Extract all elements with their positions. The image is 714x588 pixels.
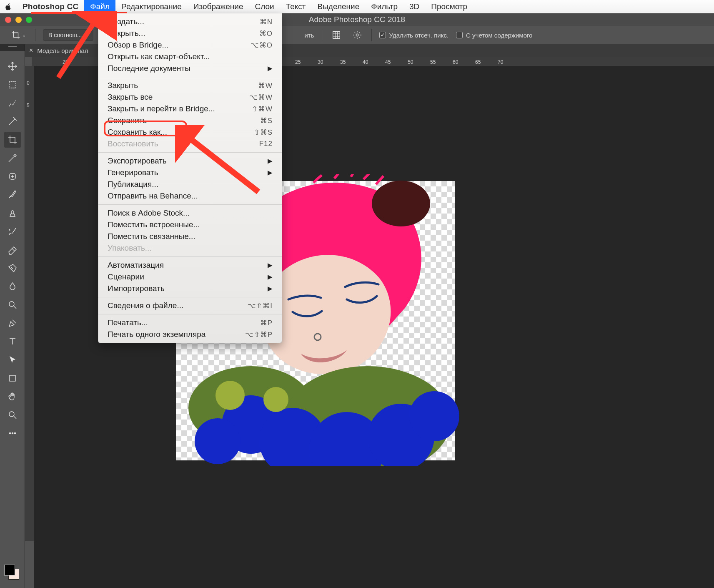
menu-item-открыть[interactable]: Открыть...⌘O bbox=[98, 28, 282, 39]
menu-item-сценарии[interactable]: Сценарии▶ bbox=[98, 271, 282, 283]
svg-rect-4 bbox=[10, 375, 15, 381]
ruler-tick: 25 bbox=[295, 59, 301, 65]
menu-shortcut: ⌥⌘W bbox=[249, 93, 273, 102]
menu-item-label: Последние документы bbox=[108, 64, 190, 73]
panel-collapse-stub[interactable] bbox=[0, 44, 25, 51]
zoom-button[interactable] bbox=[26, 17, 32, 23]
gear-icon[interactable] bbox=[351, 28, 364, 42]
checkbox-icon bbox=[456, 32, 463, 38]
ruler-tick: 30 bbox=[318, 59, 323, 65]
submenu-arrow-icon: ▶ bbox=[268, 285, 273, 292]
menu-item-закрыть[interactable]: Закрыть⌘W bbox=[98, 80, 282, 91]
svg-point-0 bbox=[356, 34, 358, 36]
zoom-tool[interactable] bbox=[4, 407, 21, 423]
move-tool[interactable] bbox=[4, 58, 21, 74]
heal-tool[interactable] bbox=[4, 168, 21, 184]
type-tool[interactable] bbox=[4, 334, 21, 349]
menu-type[interactable]: Текст bbox=[280, 0, 312, 13]
color-swatches[interactable] bbox=[4, 565, 20, 580]
menu-item-поиск-в-adobe-stock[interactable]: Поиск в Adobe Stock... bbox=[98, 207, 282, 219]
more-tools[interactable] bbox=[4, 425, 21, 441]
menu-view[interactable]: Просмотр bbox=[425, 0, 473, 13]
crop-tool-icon[interactable]: ⌄ bbox=[9, 29, 28, 41]
history-brush-tool[interactable] bbox=[4, 224, 21, 239]
grid-overlay-icon[interactable] bbox=[330, 28, 343, 42]
menu-shortcut: ⌥⌘O bbox=[251, 41, 273, 50]
ruler-tick: 50 bbox=[408, 59, 413, 65]
vertical-ruler[interactable]: 0 5 bbox=[25, 66, 34, 541]
svg-point-8 bbox=[14, 432, 15, 434]
menu-item-закрыть-и-перейти-в-bridge[interactable]: Закрыть и перейти в Bridge...⇧⌘W bbox=[98, 103, 282, 115]
shape-tool[interactable] bbox=[4, 370, 21, 386]
submenu-arrow-icon: ▶ bbox=[268, 157, 273, 165]
menu-item-сведения-о-файле[interactable]: Сведения о файле...⌥⇧⌘I bbox=[98, 300, 282, 312]
menu-item-обзор-в-bridge[interactable]: Обзор в Bridge...⌥⌘O bbox=[98, 39, 282, 51]
apple-icon[interactable] bbox=[0, 3, 17, 11]
menu-item-импортировать[interactable]: Импортировать▶ bbox=[98, 283, 282, 294]
hand-tool[interactable] bbox=[4, 389, 21, 405]
eraser-tool[interactable] bbox=[4, 242, 21, 258]
wand-tool[interactable] bbox=[4, 113, 21, 129]
crop-tool[interactable] bbox=[4, 132, 21, 148]
menu-item-label: Открыть... bbox=[108, 29, 145, 38]
marquee-tool[interactable] bbox=[4, 77, 21, 93]
menu-item-сохранить-как[interactable]: Сохранить как...⇧⌘S bbox=[98, 126, 282, 138]
stamp-tool[interactable] bbox=[4, 205, 21, 221]
blur-tool[interactable] bbox=[4, 279, 21, 294]
menu-item-экспортировать[interactable]: Экспортировать▶ bbox=[98, 155, 282, 167]
menu-item-печатать[interactable]: Печатать...⌘P bbox=[98, 317, 282, 329]
document-tab-title[interactable]: Модель оригинал bbox=[37, 47, 88, 54]
foreground-swatch[interactable] bbox=[4, 565, 15, 575]
delete-crop-checkbox[interactable]: Удалить отсеч. пикс. bbox=[379, 32, 449, 39]
toolbox bbox=[0, 51, 25, 588]
menu-item-создать[interactable]: Создать...⌘N bbox=[98, 16, 282, 28]
pen-tool[interactable] bbox=[4, 315, 21, 331]
menu-image[interactable]: Изображение bbox=[188, 0, 249, 13]
svg-point-5 bbox=[9, 412, 14, 417]
svg-rect-1 bbox=[9, 81, 16, 88]
path-select-tool[interactable] bbox=[4, 352, 21, 368]
menu-item-label: Сохранить как... bbox=[108, 128, 167, 137]
menu-item-поместить-встроенные[interactable]: Поместить встроенные... bbox=[98, 219, 282, 231]
checkbox-label: С учетом содержимого bbox=[466, 32, 532, 39]
svg-point-6 bbox=[9, 432, 10, 434]
menu-item-публикация[interactable]: Публикация... bbox=[98, 178, 282, 190]
menu-item-последние-документы[interactable]: Последние документы▶ bbox=[98, 63, 282, 74]
close-tab-icon[interactable]: × bbox=[29, 47, 33, 54]
menu-item-печать-одного-экземпляра[interactable]: Печать одного экземпляра⌥⇧⌘P bbox=[98, 329, 282, 340]
lasso-tool[interactable] bbox=[4, 95, 21, 111]
menu-layers[interactable]: Слои bbox=[249, 0, 280, 13]
menu-item-генерировать[interactable]: Генерировать▶ bbox=[98, 167, 282, 178]
ratio-dropdown[interactable]: В соотнош... ⌄ bbox=[43, 29, 93, 41]
menu-item-label: Открыть как смарт-объект... bbox=[108, 52, 210, 61]
menu-item-закрыть-все[interactable]: Закрыть все⌥⌘W bbox=[98, 91, 282, 103]
content-aware-checkbox[interactable]: С учетом содержимого bbox=[456, 32, 532, 39]
menu-3d[interactable]: 3D bbox=[403, 0, 425, 13]
menu-item-label: Импортировать bbox=[108, 284, 165, 293]
ruler-tick: 5 bbox=[27, 103, 30, 108]
traffic-lights bbox=[0, 17, 32, 23]
menu-edit[interactable]: Редактирование bbox=[115, 0, 188, 13]
close-button[interactable] bbox=[5, 17, 11, 23]
menu-item-отправить-на-behance[interactable]: Отправить на Behance... bbox=[98, 190, 282, 202]
menu-shortcut: ⇧⌘S bbox=[254, 128, 273, 137]
menu-item-автоматизация[interactable]: Автоматизация▶ bbox=[98, 259, 282, 271]
minimize-button[interactable] bbox=[15, 17, 22, 23]
menu-item-открыть-как-смарт-объект[interactable]: Открыть как смарт-объект... bbox=[98, 51, 282, 63]
submenu-arrow-icon: ▶ bbox=[268, 169, 273, 176]
brush-tool[interactable] bbox=[4, 187, 21, 203]
menu-item-сохранить[interactable]: Сохранить⌘S bbox=[98, 115, 282, 126]
menu-file[interactable]: Файл bbox=[84, 0, 115, 13]
menu-select[interactable]: Выделение bbox=[312, 0, 366, 13]
app-name[interactable]: Photoshop CC bbox=[17, 2, 84, 11]
menu-item-label: Сведения о файле... bbox=[108, 301, 183, 310]
ruler-tick: 40 bbox=[363, 59, 368, 65]
menu-item-label: Создать... bbox=[108, 17, 144, 26]
menu-filter[interactable]: Фильтр bbox=[365, 0, 403, 13]
menu-item-label: Упаковать... bbox=[108, 244, 152, 253]
dodge-tool[interactable] bbox=[4, 297, 21, 313]
ruler-tick: 45 bbox=[385, 59, 391, 65]
menu-item-поместить-связанные[interactable]: Поместить связанные... bbox=[98, 231, 282, 242]
eyedropper-tool[interactable] bbox=[4, 150, 21, 166]
gradient-tool[interactable] bbox=[4, 260, 21, 276]
